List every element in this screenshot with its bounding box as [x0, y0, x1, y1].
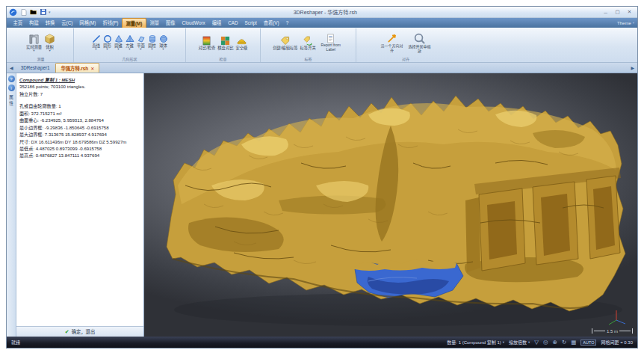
property-line: 面积: 372.715271 m²	[19, 110, 140, 117]
grid-spacing-label: 网格间距 = 0.30	[601, 339, 633, 346]
tab-mesh[interactable]: 网格(M)	[76, 18, 99, 28]
new-file-icon[interactable]	[19, 8, 28, 16]
tool-compare[interactable]: 对比/检查	[198, 35, 217, 51]
tab-cloud[interactable]: 云(C)	[58, 18, 76, 28]
tool-live-measure[interactable]: 实时测量 ▾	[25, 33, 43, 53]
tab-scroll-right-icon[interactable]: ▶	[629, 65, 636, 70]
tool-pyramid[interactable]: 方锥 ▾	[125, 34, 135, 52]
target-icon[interactable]: ◎	[543, 340, 548, 345]
properties-panel-label[interactable]: 属性	[8, 95, 15, 107]
doc-tab-active[interactable]: 华强方特.rsh ✕	[55, 63, 99, 73]
close-button[interactable]: ✕	[624, 8, 635, 16]
ribbon-group-geometry: 直线 ▾ 圆形 ▾ 圆锥 ▾ 方锥 ▾	[74, 28, 186, 62]
properties-panel: Compound 复制 1 : MESH 352186 points; 7031…	[16, 73, 144, 337]
arrow-diagonal-icon	[386, 33, 397, 44]
rotate-view-icon[interactable]: ↻	[562, 340, 566, 345]
caliper-icon	[28, 34, 40, 45]
tool-safety[interactable]: 安全级	[235, 35, 248, 51]
group-label: 对齐	[358, 57, 453, 62]
side-strip: ? i 属性	[7, 73, 16, 337]
property-line: Compound 复制 1 : MESH	[19, 76, 140, 83]
magnifier-icon	[413, 32, 426, 45]
tool-volume[interactable]: 体积 ▾	[43, 33, 56, 53]
tab-home[interactable]: 主页	[10, 18, 26, 28]
cylinder-icon	[148, 34, 157, 43]
tool-line[interactable]: 直线 ▾	[91, 34, 102, 52]
property-line: 独立片数: 7	[19, 90, 140, 97]
tab-measure2[interactable]: 测量	[146, 18, 163, 28]
zoom-factor-dropdown[interactable]: 缩放倍数▾	[509, 339, 530, 346]
checkerboard-icon	[220, 36, 230, 46]
filter-icon[interactable]: ▽	[534, 340, 539, 345]
compare-colormap-icon	[202, 36, 211, 46]
property-line: 最高点: 0.4876827 13.847111 4.937694	[19, 152, 140, 159]
qat-dropdown-icon[interactable]: ▾	[49, 10, 51, 14]
tab-image[interactable]: 图像	[163, 18, 179, 28]
tool-align-direction[interactable]: 沿一个方向对齐	[379, 32, 406, 53]
tab-script[interactable]: Script	[241, 18, 260, 28]
save-icon[interactable]	[39, 8, 47, 16]
tab-scroll-left-icon[interactable]: ◀	[8, 65, 15, 70]
pyramid-icon	[126, 34, 134, 43]
tool-create-label[interactable]: 创建/编辑标签	[272, 35, 298, 51]
chevron-down-icon: ▾	[106, 48, 108, 51]
chevron-down-icon: ▾	[528, 340, 530, 344]
document-tab-bar: ◀ 3DReshaper1 华强方特.rsh ✕ ▶	[7, 63, 637, 73]
tool-checker-compare[interactable]: 棋盘对比	[217, 35, 234, 51]
doc-tab-3dreshaper1[interactable]: 3DReshaper1	[16, 63, 55, 73]
tab-view[interactable]: 查看(V)	[260, 18, 282, 28]
title-bar: ▾ 3DReshaper - 华强方特.rsh ─ ▢ ✕	[7, 7, 637, 18]
tab-cloudworx[interactable]: CloudWorx	[179, 18, 208, 28]
quick-access-toolbar: ▾	[19, 8, 51, 16]
help-icon[interactable]: ?	[8, 76, 15, 82]
info-icon[interactable]: i	[8, 85, 15, 91]
status-ready: 就绪	[11, 339, 20, 346]
ribbon-group-measure: 实时测量 ▾ 体积 ▾ 测量	[8, 28, 74, 62]
chevron-down-icon: ▾	[140, 48, 141, 51]
sphere-icon	[159, 34, 168, 43]
tool-circle[interactable]: 圆形 ▾	[102, 34, 113, 52]
theme-selector[interactable]: Theme▾	[617, 18, 634, 28]
chevron-down-icon: ▾	[162, 48, 164, 51]
chevron-down-icon: ▾	[117, 48, 119, 51]
property-line: 曲面重心: -6.234925, 5.959313, 2.884764	[19, 117, 140, 123]
tool-sphere[interactable]: 球体 ▾	[158, 34, 169, 52]
tab-polyline[interactable]: 折线(P)	[99, 18, 122, 28]
tool-label-toggle[interactable]: 标签开关	[300, 35, 317, 51]
group-label: 几何形状	[75, 57, 184, 62]
tool-plane[interactable]: 平面 ▾	[136, 34, 146, 52]
zoom-extents-icon[interactable]: ⊕	[553, 340, 557, 345]
tab-build[interactable]: 构建	[26, 18, 43, 28]
panel-footer: ✔ 确定，退出	[16, 326, 143, 337]
auto-mode-toggle[interactable]: AUTO	[580, 340, 596, 346]
tab-transform[interactable]: 转换	[42, 18, 58, 28]
group-label: 测量	[10, 57, 72, 62]
tab-help[interactable]: ?	[282, 18, 292, 28]
tool-report-from-label[interactable]: Report from Label	[318, 33, 344, 52]
tag-toggle-icon	[303, 36, 313, 46]
property-list: Compound 复制 1 : MESH 352186 points; 7031…	[16, 73, 143, 326]
viewport-3d[interactable]: 1.5 m	[144, 73, 637, 337]
ok-exit-button[interactable]: ✔ 确定，退出	[59, 328, 101, 335]
open-file-icon[interactable]	[29, 8, 37, 16]
tool-cone[interactable]: 圆锥 ▾	[114, 34, 124, 52]
selection-dropdown[interactable]: 数量: 1 (Compound 复制 1)▾	[447, 339, 504, 346]
tool-zoom-selection[interactable]: 选择并居中缩放	[406, 31, 433, 54]
grid-icon[interactable]: ▦	[571, 340, 576, 345]
close-tab-icon[interactable]: ✕	[90, 66, 94, 71]
group-label: 标签	[262, 57, 354, 62]
tab-cad[interactable]: CAD	[225, 18, 241, 28]
maximize-button[interactable]: ▢	[612, 8, 623, 16]
scale-label: 1.5 m	[607, 329, 618, 334]
tool-cylinder[interactable]: 圆柱 ▾	[147, 34, 158, 52]
chevron-down-icon: ▾	[633, 21, 634, 25]
cone-icon	[114, 34, 123, 43]
chevron-down-icon: ▾	[129, 48, 130, 51]
main-area: ? i 属性 Compound 复制 1 : MESH 352186 point…	[7, 73, 637, 337]
minimize-button[interactable]: ─	[600, 8, 611, 16]
property-line: 尺寸: DX 16.611436m DY 18.679586m DZ 5.599…	[19, 138, 140, 145]
tab-measure-active[interactable]: 测量(M)	[122, 18, 146, 28]
mesh-model-render	[144, 73, 637, 337]
circle-icon	[103, 34, 112, 43]
tab-group[interactable]: 编组	[208, 18, 225, 28]
